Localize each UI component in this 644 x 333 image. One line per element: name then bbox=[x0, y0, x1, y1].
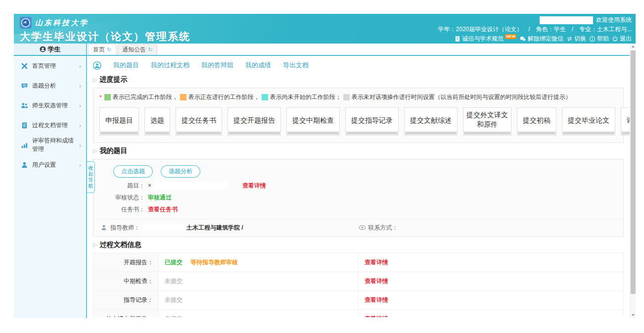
status-badge: 未提交 bbox=[165, 296, 183, 304]
sidebar-item-review-defense-grades[interactable]: 评审答辩和成绩管理 › bbox=[14, 135, 86, 155]
scrollbar-track[interactable] bbox=[630, 49, 636, 312]
chart-icon bbox=[21, 142, 28, 149]
chevron-right-icon: › bbox=[79, 82, 81, 90]
school-year-text: 学年：2020届毕业设计（论文） bbox=[438, 25, 523, 34]
advisor-school: 土木工程与建筑学院 / bbox=[186, 224, 243, 232]
switch-link[interactable]: 切换 bbox=[566, 34, 586, 44]
chevron-right-icon: › bbox=[79, 62, 81, 70]
sidebar-item-mutual-selection[interactable]: 师生双选管理 › bbox=[14, 95, 86, 115]
nav-link-export-docs[interactable]: 导出文档 bbox=[283, 61, 309, 70]
integrity-link[interactable]: 诚信与学术规范 NEW bbox=[454, 34, 516, 44]
collapse-nav-button[interactable]: 收起导航 bbox=[87, 161, 95, 193]
welcome-text: 欢迎使用系统 bbox=[596, 15, 632, 25]
view-detail-link[interactable]: 查看详情 bbox=[365, 258, 388, 267]
document-icon bbox=[21, 122, 28, 129]
sidebar: 学生 首页管理 › 选题分析 › bbox=[14, 44, 87, 318]
users-icon bbox=[21, 102, 28, 109]
sidebar-item-label: 评审答辩和成绩管理 bbox=[32, 137, 79, 153]
legend-swatch-done bbox=[104, 94, 111, 100]
eye-icon bbox=[359, 225, 366, 231]
step-declare-topic: 申报题目 bbox=[99, 107, 139, 136]
tab-notices[interactable]: 通知公告 ↻ bbox=[117, 44, 157, 55]
progress-panel: * 表示已完成的工作阶段， 表示正在进行的工作阶段， 表示尚未开始的工作阶段； … bbox=[93, 88, 624, 143]
switch-icon bbox=[566, 36, 573, 42]
nav-link-my-process-docs[interactable]: 我的过程文档 bbox=[151, 61, 189, 70]
contact-label: 联系方式： bbox=[368, 224, 398, 232]
step-submit-first-draft: 提交初稿 bbox=[517, 107, 556, 136]
table-row-midterm: 中期检查： 未提交 查看详情 bbox=[93, 272, 623, 291]
sidebar-item-label: 首页管理 bbox=[32, 62, 79, 70]
section-title-progress: ▷ 进度提示 bbox=[93, 75, 624, 84]
status-badge: 未提交 bbox=[165, 277, 183, 285]
progress-legend: * 表示已完成的工作阶段， 表示正在进行的工作阶段， 表示尚未开始的工作阶段； … bbox=[99, 93, 617, 101]
unbind-wechat-link[interactable]: 解除绑定微信 bbox=[519, 34, 563, 44]
sidebar-item-label: 选题分析 bbox=[32, 82, 79, 90]
step-submit-guidance-record: 提交指导记录 bbox=[345, 107, 399, 136]
step-review-defense: 评审答辩 bbox=[621, 107, 630, 136]
sidebar-item-label: 过程文档管理 bbox=[32, 121, 79, 130]
refresh-icon[interactable]: ↻ bbox=[148, 47, 152, 53]
view-topic-detail-link[interactable]: 查看详情 bbox=[242, 182, 266, 190]
step-submit-final-thesis: 提交毕业论文 bbox=[562, 107, 615, 136]
step-status-bar bbox=[229, 132, 280, 135]
wechat-icon bbox=[519, 36, 526, 42]
user-icon bbox=[21, 161, 28, 169]
step-status-bar bbox=[287, 132, 339, 135]
redacted-topic-title bbox=[153, 182, 228, 190]
step-status-bar bbox=[563, 132, 614, 135]
step-status-bar bbox=[622, 132, 630, 135]
tab-bar: 首页 ↻ 通知公告 ↻ bbox=[87, 44, 630, 56]
sidebar-item-topic-analysis[interactable]: 选题分析 › bbox=[14, 76, 86, 95]
sidebar-item-label: 用户设置 bbox=[32, 161, 79, 169]
help-link[interactable]: 帮助 bbox=[589, 34, 609, 44]
chevron-right-icon: › bbox=[79, 161, 81, 169]
refresh-icon[interactable]: ↻ bbox=[107, 47, 111, 53]
sidebar-role-header: 学生 bbox=[14, 44, 86, 56]
process-docs-table: 开题报告： 已提交 等待指导教师审核 查看详情 中期检查： 未提交 查看详情 指… bbox=[93, 253, 624, 317]
nav-link-my-topic[interactable]: 我的题目 bbox=[113, 61, 139, 70]
nav-link-my-defense-group[interactable]: 我的答辩组 bbox=[201, 61, 233, 70]
step-select-topic: 选题 bbox=[144, 107, 170, 136]
content-area: 首页 ↻ 通知公告 ↻ 我的题目 我的过程文档 bbox=[87, 44, 630, 318]
select-topic-button[interactable]: 点击选题 bbox=[113, 165, 153, 178]
scroll-down-button[interactable] bbox=[630, 312, 636, 318]
tab-home[interactable]: 首页 ↻ bbox=[88, 44, 116, 55]
sidebar-item-process-docs[interactable]: 过程文档管理 › bbox=[14, 115, 86, 135]
vertical-scrollbar[interactable] bbox=[630, 44, 636, 318]
sidebar-item-user-settings[interactable]: 用户设置 › bbox=[14, 155, 86, 175]
table-row-guidance: 指导记录： 未提交 查看详情 bbox=[93, 291, 623, 310]
legend-swatch-notset bbox=[343, 94, 350, 100]
required-asterisk: * bbox=[99, 94, 102, 101]
app-window: 山东科技大学 大学生毕业设计（论文）管理系统 欢迎使用系统 学年：2020届毕业… bbox=[14, 14, 636, 318]
sidebar-item-home-management[interactable]: 首页管理 › bbox=[14, 56, 86, 76]
redacted-advisor-name bbox=[142, 224, 184, 231]
section-title-process-docs: ▷ 过程文档信息 bbox=[93, 240, 624, 249]
scrollbar-thumb[interactable] bbox=[631, 50, 636, 294]
view-detail-link[interactable]: 查看详情 bbox=[365, 277, 388, 285]
step-status-bar bbox=[145, 132, 169, 135]
university-logo bbox=[20, 17, 32, 29]
sidebar-item-label: 师生双选管理 bbox=[32, 101, 79, 110]
task-book-row: 任务书： 查看任务书 bbox=[93, 205, 623, 214]
step-submit-task-book: 提交任务书 bbox=[176, 107, 222, 136]
comment-icon bbox=[21, 82, 28, 90]
legend-swatch-notstarted bbox=[262, 94, 268, 100]
view-detail-link[interactable]: 查看详情 bbox=[365, 296, 388, 304]
step-submit-midterm-check: 提交中期检查 bbox=[286, 107, 340, 136]
content-nav-links: 我的题目 我的过程文档 我的答辩组 我的成绩 导出文档 bbox=[93, 59, 624, 72]
chevron-right-icon: › bbox=[79, 102, 81, 109]
view-task-book-link[interactable]: 查看任务书 bbox=[148, 205, 178, 214]
audit-status-row: 审核状态： 审核通过 bbox=[93, 193, 623, 202]
view-detail-link[interactable]: 查看详情 bbox=[365, 315, 388, 317]
chevron-right-icon: › bbox=[79, 142, 81, 149]
info-icon bbox=[589, 36, 596, 42]
logout-link[interactable]: 退出 bbox=[612, 34, 632, 44]
redacted-username bbox=[540, 16, 593, 24]
step-status-bar bbox=[346, 132, 398, 135]
nav-link-my-grades[interactable]: 我的成绩 bbox=[245, 61, 271, 70]
topic-analysis-button[interactable]: 选题分析 bbox=[161, 165, 200, 178]
scroll-up-button[interactable] bbox=[630, 44, 636, 49]
audit-status-value: 审核通过 bbox=[148, 193, 172, 202]
topic-prefix: × bbox=[148, 182, 151, 189]
notebook-icon bbox=[454, 36, 460, 42]
